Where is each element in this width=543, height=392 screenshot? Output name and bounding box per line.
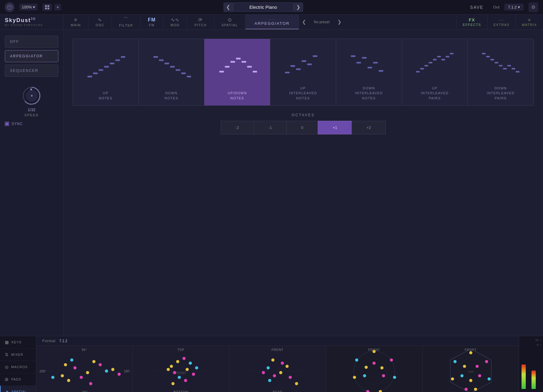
svg-rect-13	[104, 66, 109, 68]
down-interleaved-notes-label: DOWNINTERLEAVEDNOTES	[355, 86, 383, 101]
format-label: Format	[42, 339, 56, 343]
svg-text:FRONT: FRONT	[176, 371, 187, 375]
svg-rect-1	[45, 5, 47, 7]
octave-minus2-button[interactable]: -2	[221, 121, 254, 134]
down-interleaved-pairs-label: DOWNINTERLEAVEDPAIRS	[487, 86, 515, 101]
preset-name: Electric Piano	[233, 2, 294, 12]
tab-mod[interactable]: ∿∿ MOD	[163, 14, 187, 29]
svg-point-124	[487, 377, 490, 380]
down-interleaved-notes-visual	[339, 45, 399, 82]
svg-point-131	[478, 374, 481, 377]
prev-preset-button[interactable]: ❮	[223, 2, 233, 12]
tab-arpeggiator[interactable]: ·-·-· ARPEGGIATOR	[245, 14, 299, 29]
nav-macros[interactable]: ◎ MACROS	[0, 361, 36, 373]
tab-pitch[interactable]: ⟳ PITCH	[187, 14, 214, 29]
octave-minus1-button[interactable]: -1	[254, 121, 287, 134]
mode-sequencer-button[interactable]: SEQUENCER	[5, 65, 58, 77]
tab-filter[interactable]: ⌒ FILTER	[112, 14, 141, 29]
effects-icon: FX	[469, 18, 475, 22]
arp-prev-button[interactable]: ❮	[299, 14, 309, 29]
pattern-up-interleaved-notes[interactable]: UPINTERLEAVEDNOTES	[270, 39, 336, 105]
pattern-down-interleaved-notes[interactable]: DOWNINTERLEAVEDNOTES	[336, 39, 402, 105]
grid-icon[interactable]	[42, 4, 52, 11]
svg-point-109	[393, 376, 396, 379]
sync-control: SYNC	[5, 122, 58, 126]
tab-osc[interactable]: ∿ OSC	[89, 14, 112, 29]
mode-off-button[interactable]: OFF	[5, 36, 58, 48]
svg-point-108	[390, 358, 393, 361]
svg-point-85	[186, 368, 189, 371]
mode-arpeggiator-button[interactable]: ARPEGGIATOR	[5, 50, 58, 62]
svg-point-107	[372, 350, 376, 353]
nav-keys[interactable]: ▦ KEYS	[0, 336, 36, 349]
matrix-icon: ≡	[528, 18, 531, 22]
svg-rect-15	[115, 59, 120, 61]
svg-point-110	[379, 390, 382, 392]
fm-icon: FM	[148, 17, 156, 23]
spatial-icon: ⊙	[228, 17, 232, 23]
svg-rect-37	[351, 55, 356, 57]
speed-knob[interactable]	[21, 85, 42, 106]
nav-tabs: ≡ MAIN ∿ OSC ⌒ FILTER FM FM ∿∿ MOD ⟳ PIT…	[63, 14, 245, 29]
octave-plus1-button[interactable]: +1	[318, 121, 352, 134]
svg-rect-42	[379, 70, 383, 72]
svg-point-128	[453, 360, 456, 363]
arp-next-button[interactable]: ❯	[334, 14, 344, 29]
spatial-views: 90° -90° -180° 180°	[36, 346, 519, 392]
next-preset-button[interactable]: ❯	[294, 2, 303, 12]
tab-extras[interactable]: ··· EXTRAS	[487, 14, 515, 29]
arpeggiator-content: UPNOTES D	[63, 30, 543, 336]
spatial-view-3[interactable]: FRONT REAR	[229, 346, 326, 392]
mixer-icon: ⇅	[5, 352, 9, 357]
pattern-up-notes[interactable]: UPNOTES	[73, 39, 139, 105]
nav-spatial[interactable]: ◈ SPATIAL	[0, 386, 36, 392]
right-tabs: FX EFFECTS ··· EXTRAS ≡ MATRIX	[457, 14, 543, 29]
tab-effects[interactable]: FX EFFECTS	[457, 14, 487, 29]
pattern-down-interleaved-pairs[interactable]: DOWNINTERLEAVEDPAIRS	[468, 39, 534, 105]
up-notes-visual	[76, 45, 135, 87]
tab-spatial[interactable]: ⊙ SPATIAL	[214, 14, 245, 29]
spatial-view-1[interactable]: 90° -90° -180° 180°	[36, 346, 133, 392]
svg-rect-58	[507, 65, 511, 66]
meter-bars-container	[520, 348, 542, 389]
tab-matrix[interactable]: ≡ MATRIX	[515, 14, 543, 29]
spatial-view-5[interactable]: FRONT TOP	[423, 346, 519, 392]
pattern-up-interleaved-pairs[interactable]: UPINTERLEAVEDPAIRS	[402, 39, 468, 105]
pattern-down-notes[interactable]: DOWNNOTES	[139, 39, 205, 105]
svg-point-84	[173, 371, 176, 374]
out-arrow-icon: ▾	[518, 5, 520, 9]
svg-point-115	[380, 366, 383, 369]
spatial-nav-icon: ◈	[5, 389, 9, 392]
tab-fm[interactable]: FM FM	[141, 14, 163, 29]
out-value[interactable]: 7.1.2 ▾	[504, 4, 524, 11]
tab-extras-label: EXTRAS	[493, 23, 509, 27]
svg-rect-35	[307, 63, 312, 65]
up-notes-label: UPNOTES	[99, 91, 112, 101]
svg-point-129	[475, 365, 478, 368]
svg-rect-25	[225, 66, 229, 68]
octave-0-button[interactable]: 0	[286, 121, 318, 134]
svg-point-65	[86, 371, 89, 374]
spatial-view-2[interactable]: TOP BOTTOM FRONT	[133, 346, 229, 392]
nav-mixer[interactable]: ⇅ MIXER	[0, 349, 36, 361]
tab-matrix-label: MATRIX	[522, 23, 537, 27]
sync-checkbox[interactable]	[5, 122, 9, 126]
svg-rect-36	[313, 55, 317, 57]
keys-icon: ▦	[5, 340, 9, 345]
settings-icon[interactable]: ⚙	[528, 2, 538, 12]
svg-point-73	[105, 369, 108, 372]
save-button[interactable]: SAVE	[465, 3, 488, 11]
octave-plus2-button[interactable]: +2	[352, 121, 386, 134]
dropdown-arrow-icon[interactable]: ▾	[54, 4, 61, 11]
nav-pads[interactable]: ⊞ PADS	[0, 373, 36, 386]
pattern-updown-notes[interactable]: UP/DOWNNOTES	[204, 39, 270, 105]
tab-main[interactable]: ≡ MAIN	[63, 14, 89, 29]
svg-rect-40	[368, 67, 372, 68]
svg-point-83	[189, 361, 192, 365]
svg-point-126	[464, 388, 467, 391]
spatial-view-4[interactable]: FRONT	[326, 346, 422, 392]
svg-text:TOP: TOP	[468, 370, 473, 373]
zoom-control[interactable]: 100% ▾	[19, 4, 37, 11]
tab-filter-label: FILTER	[119, 24, 133, 27]
format-bar: Format 7.1.2	[36, 336, 519, 346]
